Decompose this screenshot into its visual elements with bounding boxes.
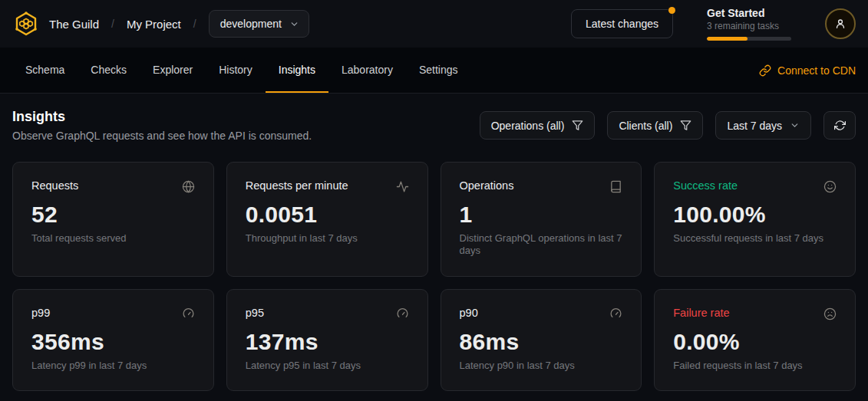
connect-to-cdn-link[interactable]: Connect to CDN (759, 48, 856, 93)
card-title: p95 (246, 307, 264, 319)
tab-laboratory[interactable]: Laboratory (328, 48, 406, 93)
hive-logo[interactable] (12, 10, 40, 38)
gauge-icon (609, 307, 622, 320)
operations-filter-button[interactable]: Operations (all) (480, 111, 596, 140)
card-value: 1 (460, 202, 623, 228)
latest-changes-label: Latest changes (586, 18, 658, 30)
card-subtitle: Throughput in last 7 days (246, 232, 409, 245)
tab-checks[interactable]: Checks (78, 48, 140, 93)
globe-icon (182, 180, 195, 193)
breadcrumb-project[interactable]: My Project (127, 18, 181, 31)
card-value: 137ms (246, 329, 409, 355)
stat-cards-grid: Requests 52 Total requests served Reques… (12, 162, 856, 391)
get-started-progressbar (707, 37, 791, 41)
chevron-down-icon (289, 19, 299, 29)
stat-card-operations: Operations 1 Distinct GraphQL operations… (441, 162, 642, 277)
card-title: Requests per minute (246, 179, 348, 192)
get-started-progress-fill (707, 37, 748, 41)
stat-card-success-rate: Success rate 100.00% Successful requests… (654, 162, 856, 277)
page-title: Insights (12, 109, 312, 125)
card-subtitle: Failed requests in last 7 days (673, 360, 837, 372)
book-icon (609, 180, 622, 193)
card-subtitle: Latency p99 in last 7 days (31, 360, 195, 372)
stat-card-p99: p99 356ms Latency p99 in last 7 days (12, 289, 214, 391)
target-select-value: development (220, 18, 282, 30)
tab-schema[interactable]: Schema (12, 48, 78, 93)
card-title: Success rate (673, 179, 738, 192)
card-value: 356ms (31, 329, 195, 355)
breadcrumb-org[interactable]: The Guild (49, 18, 99, 31)
target-select[interactable]: development (209, 10, 309, 38)
latest-changes-button[interactable]: Latest changes (571, 9, 673, 38)
card-value: 0.0051 (246, 202, 409, 228)
stat-card-requests: Requests 52 Total requests served (12, 162, 214, 277)
link-icon (759, 64, 771, 77)
page-subtitle: Observe GraphQL requests and see how the… (12, 130, 312, 142)
card-title: p90 (460, 307, 478, 319)
card-subtitle: Total requests served (31, 232, 195, 245)
insights-page: Insights Observe GraphQL requests and se… (0, 94, 868, 391)
funnel-icon (572, 120, 583, 131)
card-title: Operations (460, 179, 514, 192)
card-subtitle: Latency p90 in last 7 days (460, 360, 623, 372)
smile-icon (823, 180, 837, 193)
card-value: 86ms (460, 329, 623, 355)
card-value: 100.00% (673, 202, 837, 228)
card-title: p99 (31, 307, 50, 319)
card-title: Failure rate (673, 307, 729, 319)
get-started-subtitle: 3 remaining tasks (707, 21, 791, 31)
gauge-icon (396, 307, 409, 320)
stat-card-p90: p90 86ms Latency p90 in last 7 days (441, 289, 642, 391)
stat-card-p95: p95 137ms Latency p95 in last 7 days (226, 289, 428, 391)
frown-icon (823, 307, 837, 320)
clients-filter-button[interactable]: Clients (all) (607, 111, 703, 140)
person-icon (833, 17, 847, 31)
breadcrumb-separator: / (108, 18, 117, 30)
tab-history[interactable]: History (206, 48, 266, 93)
card-value: 52 (31, 202, 195, 228)
funnel-icon (680, 120, 691, 131)
refresh-icon (834, 120, 846, 131)
card-subtitle: Distinct GraphQL operations in last 7 da… (460, 232, 623, 258)
tab-settings[interactable]: Settings (406, 48, 471, 93)
operations-filter-label: Operations (all) (491, 120, 565, 132)
notification-dot (668, 7, 675, 14)
breadcrumb-separator: / (190, 18, 200, 30)
card-title: Requests (31, 179, 78, 192)
clients-filter-label: Clients (all) (619, 120, 672, 132)
stat-card-rpm: Requests per minute 0.0051 Throughput in… (226, 162, 428, 277)
filter-toolbar: Operations (all) Clients (all) Last 7 da… (480, 111, 856, 140)
refresh-button[interactable] (823, 111, 856, 140)
period-select[interactable]: Last 7 days (715, 111, 811, 140)
period-select-value: Last 7 days (727, 120, 782, 132)
stat-card-failure-rate: Failure rate 0.00% Failed requests in la… (654, 289, 856, 391)
get-started-widget[interactable]: Get Started 3 remaining tasks (707, 7, 791, 41)
top-header: The Guild / My Project / development Lat… (0, 0, 868, 48)
primary-nav: Schema Checks Explorer History Insights … (0, 48, 868, 94)
gauge-icon (182, 307, 195, 320)
get-started-title: Get Started (707, 7, 791, 19)
card-subtitle: Latency p95 in last 7 days (246, 360, 409, 372)
connect-to-cdn-label: Connect to CDN (777, 64, 856, 77)
breadcrumb: The Guild / My Project / development (12, 10, 309, 38)
user-avatar-button[interactable] (825, 8, 856, 39)
activity-icon (396, 180, 409, 193)
tab-insights[interactable]: Insights (266, 48, 328, 93)
card-value: 0.00% (673, 329, 837, 355)
chevron-down-icon (790, 120, 800, 130)
card-subtitle: Successful requests in last 7 days (673, 232, 837, 245)
tab-explorer[interactable]: Explorer (140, 48, 206, 93)
